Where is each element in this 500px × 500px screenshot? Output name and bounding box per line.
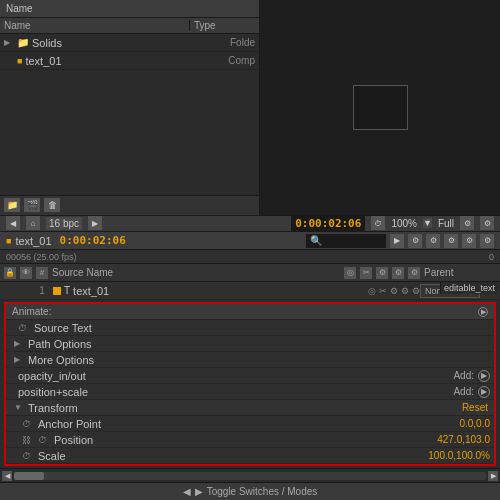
row-name: Solids — [32, 37, 227, 49]
prop-row-scale[interactable]: ⏱ Scale 100.0,100.0% — [6, 448, 494, 464]
list-item[interactable]: ■ text_01 Comp — [0, 52, 259, 70]
prop-row[interactable]: position+scale Add: ▶ — [6, 384, 494, 400]
bpc-button[interactable]: 16 bpc — [46, 217, 82, 230]
left-nav-button[interactable]: ◀ — [183, 486, 191, 497]
layer-number: 1 — [34, 285, 50, 296]
prop-row[interactable]: ⏱ Source Text — [6, 320, 494, 336]
anchor-point-value: 0.0,0.0 — [459, 418, 490, 429]
comp-timecode: 0:00:02:06 — [60, 234, 126, 247]
layer-icon-b[interactable]: ✂ — [379, 286, 387, 296]
home-button[interactable]: ⌂ — [26, 216, 40, 230]
animate-button[interactable]: ▶ — [478, 307, 488, 317]
stopwatch-scale-icon: ⏱ — [22, 451, 34, 461]
col-icon-c[interactable]: ⚙ — [376, 267, 388, 279]
layer-icon-a[interactable]: ◎ — [368, 286, 376, 296]
tool-e[interactable]: ⚙ — [480, 234, 494, 248]
prop-row[interactable]: ▶ More Options — [6, 352, 494, 368]
prop-opacity-name: opacity_in/out — [18, 370, 449, 382]
list-item[interactable]: ▶ 📁 Solids Folde — [0, 34, 259, 52]
chain-icon: ⛓ — [22, 435, 34, 445]
expand-button[interactable]: ▶ — [88, 216, 102, 230]
project-bottom-bar: 📁 🎬 🗑 — [0, 195, 259, 215]
search-button[interactable]: ▶ — [390, 234, 404, 248]
prop-path-name: Path Options — [28, 338, 494, 350]
tool-c[interactable]: ⚙ — [444, 234, 458, 248]
tool1[interactable]: ⚙ — [460, 216, 474, 230]
add-label-opacity: Add: — [453, 370, 474, 381]
row-name: text_01 — [25, 55, 225, 67]
new-comp-button[interactable]: 🎬 — [24, 198, 40, 212]
tool2[interactable]: ⚙ — [480, 216, 494, 230]
transform-reset-button[interactable]: Reset — [462, 402, 488, 413]
layer-icon-c[interactable]: ⚙ — [390, 286, 398, 296]
fps-bar: 00056 (25.00 fps) 0 — [0, 250, 500, 264]
search-input[interactable] — [306, 234, 386, 248]
prop-row[interactable]: ▶ Path Options — [6, 336, 494, 352]
project-panel: Name Name Type ▶ 📁 Solids Folde ■ text_0… — [0, 0, 260, 215]
layer-icon-e[interactable]: ⚙ — [412, 286, 420, 296]
project-cols-header: Name Type — [0, 18, 259, 34]
transform-header: ▼ Transform Reset — [6, 400, 494, 416]
info-bar: ◀ ⌂ 16 bpc ▶ 0:00:02:06 ⏱ 100% ▼ Full ⚙ … — [0, 215, 500, 232]
timecode-button[interactable]: ⏱ — [371, 216, 385, 230]
position-label: Position — [54, 434, 433, 446]
scale-value: 100.0,100.0% — [428, 450, 490, 461]
layer-icon-d[interactable]: ⚙ — [401, 286, 409, 296]
add-label-posscale: Add: — [453, 386, 474, 397]
prop-posscale-name: position+scale — [18, 386, 449, 398]
col-icon-a[interactable]: ◎ — [344, 267, 356, 279]
expand-icon: ▶ — [4, 38, 14, 47]
tool-d[interactable]: ⚙ — [462, 234, 476, 248]
project-panel-header: Name — [0, 0, 259, 18]
full-label: Full — [438, 218, 454, 229]
preview-panel — [260, 0, 500, 215]
scroll-left-button[interactable]: ◀ — [2, 471, 12, 481]
timeline-scrollbar: ◀ ▶ — [0, 468, 500, 482]
scrollbar-thumb[interactable] — [14, 472, 44, 480]
col-source-name: Source Name — [52, 267, 340, 278]
folder-icon: 📁 — [17, 37, 29, 48]
lock-button[interactable]: 🔒 — [4, 267, 16, 279]
collapse-arrow-icon: ▼ — [14, 403, 24, 412]
tool-a[interactable]: ⚙ — [408, 234, 422, 248]
col-icon-d[interactable]: ⚙ — [392, 267, 404, 279]
prop-row[interactable]: opacity_in/out Add: ▶ — [6, 368, 494, 384]
col-parent-header: Parent — [420, 267, 453, 278]
scale-label: Scale — [38, 450, 424, 462]
comp-header-bar: ■ text_01 0:00:02:06 ▶ ⚙ ⚙ ⚙ ⚙ ⚙ — [0, 232, 500, 250]
add-posscale-button[interactable]: ▶ — [478, 386, 490, 398]
col-icon-e[interactable]: ⚙ — [408, 267, 420, 279]
delete-button[interactable]: 🗑 — [44, 198, 60, 212]
hide-button[interactable]: 👁 — [20, 267, 32, 279]
right-panel-label: editable_text — [440, 282, 498, 294]
scroll-right-button[interactable]: ▶ — [488, 471, 498, 481]
resolution-dropdown[interactable]: ▼ — [423, 218, 432, 228]
anchor-point-label: Anchor Point — [38, 418, 455, 430]
prop-more-name: More Options — [28, 354, 494, 366]
time-ruler-start: 0 — [489, 252, 494, 262]
expand-arrow-2-icon: ▶ — [14, 355, 24, 364]
comp-icon: ■ — [17, 56, 22, 66]
project-empty-area — [0, 70, 259, 195]
col-type-header: Type — [190, 20, 216, 31]
scrollbar-track[interactable] — [14, 472, 486, 480]
prev-frame-button[interactable]: ◀ — [6, 216, 20, 230]
prop-row-position[interactable]: ⛓ ⏱ Position 427.0,103.0 — [6, 432, 494, 448]
toggle-switches-button[interactable]: Toggle Switches / Modes — [207, 486, 318, 497]
table-row[interactable]: 1 T text_01 ◎ ✂ ⚙ ⚙ ⚙ None — [0, 282, 500, 300]
tool-b[interactable]: ⚙ — [426, 234, 440, 248]
preview-canvas — [260, 0, 500, 215]
play-button[interactable]: ▶ — [195, 486, 203, 497]
new-folder-button[interactable]: 📁 — [4, 198, 20, 212]
app-container: Name Name Type ▶ 📁 Solids Folde ■ text_0… — [0, 0, 500, 500]
col-icon-b[interactable]: ✂ — [360, 267, 372, 279]
fps-label: 00056 (25.00 fps) — [6, 252, 77, 262]
add-opacity-button[interactable]: ▶ — [478, 370, 490, 382]
col-name-header: Name — [0, 20, 190, 31]
col3-button[interactable]: # — [36, 267, 48, 279]
timeline-cols-header: 🔒 👁 # Source Name ◎ ✂ ⚙ ⚙ ⚙ Parent — [0, 264, 500, 282]
panel-title: Name — [6, 3, 33, 14]
properties-panel: Animate: ▶ ⏱ Source Text ▶ Path Options … — [4, 302, 496, 466]
prop-row-anchor-point[interactable]: ⏱ Anchor Point 0.0,0.0 — [6, 416, 494, 432]
animate-label: Animate: — [12, 306, 51, 317]
